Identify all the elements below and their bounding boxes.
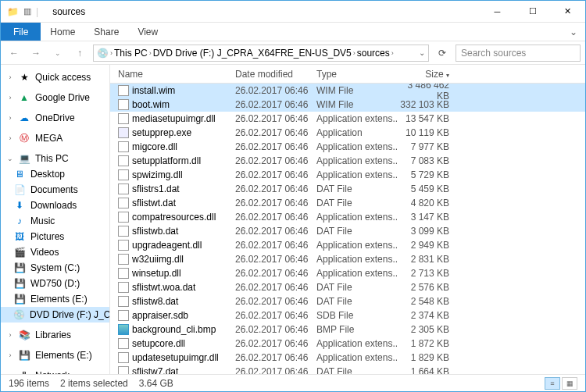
column-name[interactable]: Name — [110, 69, 235, 80]
forward-button[interactable]: → — [27, 45, 45, 62]
sidebar-network[interactable]: ›🖧Network — [1, 368, 109, 374]
column-type[interactable]: Type — [316, 69, 398, 80]
sidebar-onedrive[interactable]: ›☁OneDrive — [1, 110, 109, 126]
navigation-pane[interactable]: ›★Quick access ›▲Google Drive ›☁OneDrive… — [1, 65, 110, 374]
file-type: Application extens... — [316, 240, 398, 251]
file-row[interactable]: winsetup.dll26.02.2017 06:46Application … — [110, 266, 585, 280]
sidebar-quick-access[interactable]: ›★Quick access — [1, 69, 109, 85]
chevron-right-icon[interactable]: › — [110, 49, 113, 57]
file-row[interactable]: w32uiimg.dll26.02.2017 06:46Application … — [110, 252, 585, 266]
chevron-right-icon[interactable]: › — [391, 49, 394, 57]
file-type: DAT File — [316, 198, 398, 208]
sidebar-mega[interactable]: ›ⓂMEGA — [1, 130, 109, 146]
file-name: sflistwb.dat — [132, 226, 178, 237]
file-type: DAT File — [316, 226, 398, 237]
sidebar-libraries[interactable]: ›📚Libraries — [1, 327, 109, 343]
maximize-button[interactable]: ☐ — [515, 1, 550, 23]
view-tab[interactable]: View — [128, 23, 167, 41]
search-input[interactable]: Search sources — [456, 45, 581, 62]
file-row[interactable]: setupcore.dll26.02.2017 06:46Application… — [110, 337, 585, 351]
file-row[interactable]: setupprep.exe26.02.2017 06:46Application… — [110, 126, 585, 140]
file-row[interactable]: appraiser.sdb26.02.2017 06:46SDB File2 3… — [110, 308, 585, 323]
file-type: Application extens... — [316, 141, 398, 152]
file-date: 26.02.2017 06:46 — [235, 366, 316, 374]
home-tab[interactable]: Home — [41, 23, 84, 41]
minimize-button[interactable]: ─ — [480, 1, 515, 23]
drive-icon: 💿 — [97, 48, 109, 59]
recent-locations-button[interactable]: ⌄ — [49, 45, 66, 62]
file-row[interactable]: mediasetupuimgr.dll26.02.2017 06:46Appli… — [110, 112, 585, 126]
file-size: 2 831 KB — [398, 254, 460, 265]
file-icon — [118, 240, 129, 251]
column-size[interactable]: Size ▾ — [398, 69, 460, 80]
file-list: Name Date modified Type Size ▾ install.w… — [110, 65, 585, 374]
file-type: Application extens... — [316, 212, 398, 223]
file-name: boot.wim — [132, 99, 170, 110]
refresh-button[interactable]: ⟳ — [434, 48, 451, 59]
file-icon — [118, 169, 129, 180]
file-date: 26.02.2017 06:46 — [235, 99, 316, 110]
address-bar[interactable]: 💿 › This PC › DVD Drive (F:) J_CPRA_X64F… — [93, 45, 429, 62]
details-view-button[interactable]: ≡ — [545, 377, 560, 390]
file-row[interactable]: sflistw7.dat26.02.2017 06:46DAT File1 66… — [110, 365, 585, 374]
sidebar-videos[interactable]: 🎬Videos — [1, 244, 109, 260]
file-row[interactable]: background_cli.bmp26.02.2017 06:46BMP Fi… — [110, 323, 585, 337]
file-size: 2 374 KB — [398, 310, 460, 321]
file-tab[interactable]: File — [1, 23, 41, 41]
sidebar-wd750[interactable]: 💾WD750 (D:) — [1, 276, 109, 291]
desktop-icon: 🖥 — [13, 168, 26, 180]
chevron-right-icon[interactable]: › — [353, 49, 356, 57]
file-row[interactable]: sflistwt.woa.dat26.02.2017 06:46DAT File… — [110, 280, 585, 294]
sidebar-documents[interactable]: 📄Documents — [1, 182, 109, 198]
properties-icon[interactable]: ▥ — [23, 6, 31, 16]
file-icon — [118, 99, 129, 110]
file-row[interactable]: boot.wim26.02.2017 06:46WIM File332 103 … — [110, 98, 585, 112]
sidebar-dvd-drive[interactable]: 💿DVD Drive (F:) J_CPR — [1, 307, 109, 323]
network-icon: 🖧 — [18, 369, 30, 374]
pictures-icon: 🖼 — [13, 230, 26, 243]
file-icon — [118, 338, 129, 349]
back-button[interactable]: ← — [5, 45, 23, 62]
sidebar-elements-2[interactable]: ›💾Elements (E:) — [1, 347, 109, 363]
file-date: 26.02.2017 06:46 — [235, 169, 316, 180]
sidebar-system-c[interactable]: 💾System (C:) — [1, 260, 109, 276]
file-row[interactable]: spwizimg.dll26.02.2017 06:46Application … — [110, 168, 585, 182]
ribbon-expand-icon[interactable]: ⌄ — [562, 23, 585, 41]
sidebar-music[interactable]: ♪Music — [1, 213, 109, 229]
file-row[interactable]: install.wim26.02.2017 06:46WIM File3 486… — [110, 84, 585, 98]
file-row[interactable]: compatresources.dll26.02.2017 06:46Appli… — [110, 210, 585, 224]
thumbnails-view-button[interactable]: ▦ — [562, 377, 577, 390]
sidebar-downloads[interactable]: ⬇Downloads — [1, 198, 109, 213]
sidebar-google-drive[interactable]: ›▲Google Drive — [1, 90, 109, 105]
sidebar-pictures[interactable]: 🖼Pictures — [1, 229, 109, 244]
star-icon: ★ — [18, 71, 30, 84]
chevron-right-icon[interactable]: › — [149, 49, 152, 57]
file-type: Application extens... — [316, 352, 398, 363]
file-row[interactable]: sflistwt.dat26.02.2017 06:46DAT File4 82… — [110, 196, 585, 210]
file-size: 4 820 KB — [398, 198, 460, 208]
file-row[interactable]: sflistrs1.dat26.02.2017 06:46DAT File5 4… — [110, 182, 585, 196]
file-row[interactable]: setupplatform.dll26.02.2017 06:46Applica… — [110, 154, 585, 168]
drive-icon: 💾 — [13, 262, 26, 274]
breadcrumb-drive[interactable]: DVD Drive (F:) J_CPRA_X64FRE_EN-US_DV5 — [153, 48, 352, 59]
up-button[interactable]: ↑ — [71, 45, 88, 62]
file-row[interactable]: upgradeagent.dll26.02.2017 06:46Applicat… — [110, 238, 585, 252]
file-icon — [118, 184, 129, 194]
sidebar-this-pc[interactable]: ⌄💻This PC — [1, 151, 109, 166]
sidebar-elements[interactable]: 💾Elements (E:) — [1, 291, 109, 307]
file-size: 1 872 KB — [398, 338, 460, 349]
address-dropdown-icon[interactable]: ⌄ — [419, 48, 425, 57]
file-rows[interactable]: install.wim26.02.2017 06:46WIM File3 486… — [110, 84, 585, 374]
file-row[interactable]: migcore.dll26.02.2017 06:46Application e… — [110, 140, 585, 154]
file-date: 26.02.2017 06:46 — [235, 296, 316, 307]
file-size: 3 147 KB — [398, 212, 460, 223]
breadcrumb-thispc[interactable]: This PC — [114, 48, 148, 59]
file-row[interactable]: sflistwb.dat26.02.2017 06:46DAT File3 09… — [110, 224, 585, 238]
sidebar-desktop[interactable]: 🖥Desktop — [1, 166, 109, 182]
breadcrumb-sources[interactable]: sources — [357, 48, 390, 59]
file-row[interactable]: updatesetupuimgr.dll26.02.2017 06:46Appl… — [110, 351, 585, 365]
column-date[interactable]: Date modified — [235, 69, 316, 80]
share-tab[interactable]: Share — [84, 23, 128, 41]
close-button[interactable]: ✕ — [550, 1, 585, 23]
file-row[interactable]: sflistw8.dat26.02.2017 06:46DAT File2 54… — [110, 294, 585, 308]
